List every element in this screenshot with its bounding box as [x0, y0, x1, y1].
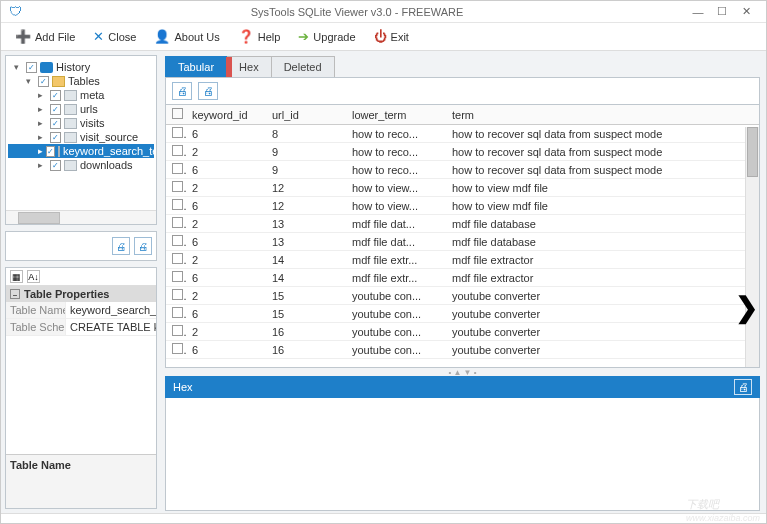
tool-btn-2[interactable]: 🖨 [134, 237, 152, 255]
folder-icon [52, 76, 65, 87]
tree-checkbox[interactable]: ✓ [50, 104, 61, 115]
export-btn-2[interactable]: 🖨 [198, 82, 218, 100]
about-us-button[interactable]: 👤About Us [146, 26, 227, 47]
cell-keyword-id: 2 [186, 215, 266, 233]
tree-item[interactable]: ▾✓Tables [8, 74, 154, 88]
column-header[interactable]: url_id [266, 105, 346, 125]
cell-url-id: 9 [266, 161, 346, 179]
tree-checkbox[interactable]: ✓ [50, 118, 61, 129]
row-checkbox[interactable] [172, 127, 183, 138]
close-label: Close [108, 31, 136, 43]
person-icon: 👤 [154, 29, 170, 44]
table-row[interactable]: 615youtube con...youtube converter [166, 305, 759, 323]
table-icon [64, 118, 77, 129]
help-button[interactable]: ❓Help [230, 26, 289, 47]
row-checkbox[interactable] [172, 307, 183, 318]
tree-checkbox[interactable]: ✓ [50, 90, 61, 101]
tree-item[interactable]: ▸✓urls [8, 102, 154, 116]
tree-hscrollbar[interactable] [6, 210, 156, 224]
table-vscrollbar[interactable] [745, 127, 759, 367]
tree-item[interactable]: ▾✓History [8, 60, 154, 74]
select-all-checkbox[interactable] [172, 108, 183, 119]
close-window-button[interactable]: ✕ [734, 5, 758, 18]
row-checkbox[interactable] [172, 217, 183, 228]
table-row[interactable]: 616youtube con...youtube converter [166, 341, 759, 359]
add-file-label: Add File [35, 31, 75, 43]
column-header[interactable]: lower_term [346, 105, 446, 125]
table-row[interactable]: 215youtube con...youtube converter [166, 287, 759, 305]
row-checkbox[interactable] [172, 145, 183, 156]
table-row[interactable]: 612how to view...how to view mdf file [166, 197, 759, 215]
cell-term: how to view mdf file [446, 179, 759, 197]
tab-hex[interactable]: Hex [226, 56, 272, 77]
toolbar: ➕Add File ✕Close 👤About Us ❓Help ➔Upgrad… [1, 23, 766, 51]
row-checkbox[interactable] [172, 325, 183, 336]
column-header[interactable]: keyword_id [186, 105, 266, 125]
cell-lower-term: mdf file extr... [346, 251, 446, 269]
tree-label: meta [80, 89, 104, 101]
hex-export-button[interactable]: 🖨 [734, 379, 752, 395]
tree-checkbox[interactable]: ✓ [50, 160, 61, 171]
cell-keyword-id: 2 [186, 179, 266, 197]
close-button[interactable]: ✕Close [85, 26, 144, 47]
tree-item[interactable]: ▸✓visit_source [8, 130, 154, 144]
row-checkbox[interactable] [172, 181, 183, 192]
minimize-button[interactable]: — [686, 6, 710, 18]
tree-item[interactable]: ▸✓downloads [8, 158, 154, 172]
tab-deleted[interactable]: Deleted [271, 56, 335, 77]
row-checkbox[interactable] [172, 163, 183, 174]
tab-tabular[interactable]: Tabular [165, 56, 227, 77]
properties-panel: ▦ A↓ – Table Properties Table Namekeywor… [5, 267, 157, 509]
cell-term: how to recover sql data from suspect mod… [446, 125, 759, 143]
table-row[interactable]: 613mdf file dat...mdf file database [166, 233, 759, 251]
cell-url-id: 16 [266, 341, 346, 359]
tab-deleted-label: Deleted [284, 61, 322, 73]
cell-lower-term: youtube con... [346, 323, 446, 341]
tree-checkbox[interactable]: ✓ [38, 76, 49, 87]
table-row[interactable]: 614mdf file extr...mdf file extractor [166, 269, 759, 287]
row-checkbox[interactable] [172, 271, 183, 282]
row-checkbox[interactable] [172, 343, 183, 354]
cell-url-id: 8 [266, 125, 346, 143]
export-btn-1[interactable]: 🖨 [172, 82, 192, 100]
cell-url-id: 14 [266, 269, 346, 287]
row-checkbox[interactable] [172, 289, 183, 300]
cell-keyword-id: 6 [186, 305, 266, 323]
properties-category[interactable]: – Table Properties [6, 286, 156, 302]
cell-lower-term: mdf file dat... [346, 215, 446, 233]
property-row[interactable]: Table Namekeyword_search_terms [6, 302, 156, 319]
cell-term: mdf file extractor [446, 269, 759, 287]
prop-categorize-button[interactable]: ▦ [10, 270, 23, 283]
expand-icon: ▾ [14, 62, 23, 72]
table-row[interactable]: 213mdf file dat...mdf file database [166, 215, 759, 233]
row-checkbox[interactable] [172, 253, 183, 264]
prop-sort-button[interactable]: A↓ [27, 270, 40, 283]
tree-checkbox[interactable]: ✓ [50, 132, 61, 143]
splitter[interactable]: • ▲ ▼ • [165, 368, 760, 376]
tree-item[interactable]: ▸✓meta [8, 88, 154, 102]
cell-lower-term: mdf file extr... [346, 269, 446, 287]
add-file-button[interactable]: ➕Add File [7, 26, 83, 47]
row-checkbox[interactable] [172, 199, 183, 210]
tree-item[interactable]: ▸✓visits [8, 116, 154, 130]
cell-lower-term: youtube con... [346, 305, 446, 323]
column-header[interactable]: term [446, 105, 759, 125]
table-row[interactable]: 216youtube con...youtube converter [166, 323, 759, 341]
table-row[interactable]: 68how to reco...how to recover sql data … [166, 125, 759, 143]
tree-checkbox[interactable]: ✓ [46, 146, 55, 157]
table-row[interactable]: 214mdf file extr...mdf file extractor [166, 251, 759, 269]
row-checkbox[interactable] [172, 235, 183, 246]
upgrade-button[interactable]: ➔Upgrade [290, 26, 363, 47]
tool-btn-1[interactable]: 🖨 [112, 237, 130, 255]
property-row[interactable]: Table SchemaCREATE TABLE keyword_search_… [6, 319, 156, 336]
tree-item[interactable]: ▸✓keyword_search_terms [8, 144, 154, 158]
table-row[interactable]: 69how to reco...how to recover sql data … [166, 161, 759, 179]
cell-term: mdf file database [446, 215, 759, 233]
table-row[interactable]: 29how to reco...how to recover sql data … [166, 143, 759, 161]
db-icon [40, 62, 53, 73]
exit-button[interactable]: ⏻Exit [366, 26, 417, 47]
tree[interactable]: ▾✓History▾✓Tables▸✓meta▸✓urls▸✓visits▸✓v… [6, 56, 156, 210]
table-row[interactable]: 212how to view...how to view mdf file [166, 179, 759, 197]
tree-checkbox[interactable]: ✓ [26, 62, 37, 73]
maximize-button[interactable]: ☐ [710, 5, 734, 18]
